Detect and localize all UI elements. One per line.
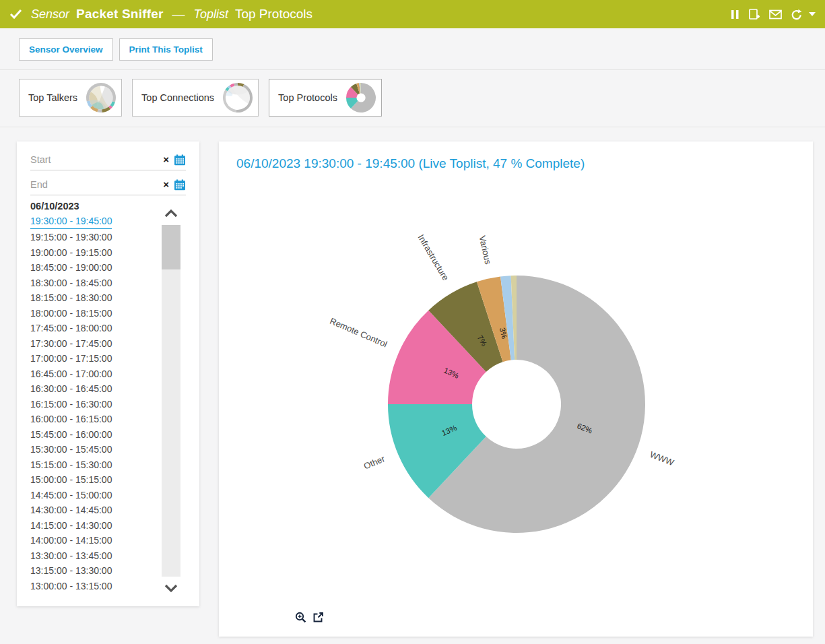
caret-down-icon[interactable] bbox=[812, 12, 816, 16]
time-range-item[interactable]: 15:15:00 - 15:30:00 bbox=[30, 457, 158, 473]
toplist-card-top-connections[interactable]: Top Connections bbox=[132, 79, 259, 117]
add-report-icon[interactable] bbox=[748, 9, 760, 20]
sensor-status-bar: Sensor Packet Sniffer — Toplist Top Prot… bbox=[0, 0, 825, 28]
sensor-label: Sensor bbox=[31, 7, 69, 22]
time-range-item[interactable]: 19:00:00 - 19:15:00 bbox=[30, 245, 158, 261]
protocol-donut-chart: 62%WWW13%Other13%Remote Control7%Infrast… bbox=[226, 179, 806, 596]
time-range-item[interactable]: 17:30:00 - 17:45:00 bbox=[30, 336, 158, 352]
toolbar: Sensor Overview Print This Toplist bbox=[19, 38, 213, 61]
time-range-item[interactable]: 13:00:00 - 13:15:00 bbox=[30, 579, 158, 594]
email-icon[interactable] bbox=[769, 9, 782, 20]
time-range-item[interactable]: 18:15:00 - 18:30:00 bbox=[30, 290, 158, 306]
scroll-up-button[interactable] bbox=[162, 202, 180, 225]
toplist-card-label: Top Talkers bbox=[28, 92, 77, 103]
start-calendar-icon[interactable] bbox=[174, 154, 186, 166]
time-range-item[interactable]: 16:45:00 - 17:00:00 bbox=[30, 366, 158, 382]
slice-name-label: Various bbox=[477, 234, 493, 265]
slice-name-label: Remote Control bbox=[329, 316, 389, 350]
status-ok-check-icon bbox=[9, 9, 23, 20]
thumbnail-segment bbox=[98, 109, 102, 112]
time-range-item[interactable]: 14:45:00 - 15:00:00 bbox=[30, 488, 158, 503]
refresh-icon[interactable] bbox=[791, 9, 803, 20]
scroll-down-button[interactable] bbox=[162, 577, 180, 600]
pause-icon[interactable] bbox=[731, 9, 739, 20]
clear-start-icon[interactable]: × bbox=[163, 154, 169, 164]
toplist-interval-title: 06/10/2023 19:30:00 - 19:45:00 (Live Top… bbox=[236, 156, 585, 171]
end-date-row: × bbox=[30, 174, 186, 195]
toplist-card-label: Top Protocols bbox=[278, 92, 337, 103]
sensor-name: Packet Sniffer bbox=[76, 7, 164, 22]
time-list-scrollbar bbox=[162, 202, 180, 600]
end-date-input[interactable] bbox=[30, 179, 163, 190]
sensor-overview-button[interactable]: Sensor Overview bbox=[19, 38, 113, 61]
print-toplist-button[interactable]: Print This Toplist bbox=[119, 38, 213, 61]
toplist-name: Top Protocols bbox=[235, 7, 312, 22]
time-range-item[interactable]: 16:00:00 - 16:15:00 bbox=[30, 412, 158, 427]
time-list: 19:30:00 - 19:45:0019:15:00 - 19:30:0019… bbox=[30, 214, 158, 593]
zoom-in-icon[interactable] bbox=[295, 612, 306, 623]
time-range-item[interactable]: 15:45:00 - 16:00:00 bbox=[30, 427, 158, 443]
top-talkers-thumbnail-chart bbox=[86, 82, 117, 113]
time-range-item[interactable]: 19:15:00 - 19:30:00 bbox=[30, 230, 158, 245]
end-calendar-icon[interactable] bbox=[174, 179, 186, 191]
scrollbar-thumb[interactable] bbox=[162, 225, 180, 269]
toplist-chart-panel: 06/10/2023 19:30:00 - 19:45:00 (Live Top… bbox=[219, 141, 813, 637]
time-range-item[interactable]: 17:45:00 - 18:00:00 bbox=[30, 321, 158, 336]
slice-name-label: Other bbox=[362, 453, 387, 472]
time-range-item[interactable]: 18:30:00 - 18:45:00 bbox=[30, 276, 158, 291]
time-range-item[interactable]: 15:00:00 - 15:15:00 bbox=[30, 472, 158, 488]
time-range-item[interactable]: 18:00:00 - 18:15:00 bbox=[30, 306, 158, 321]
time-range-item[interactable]: 16:15:00 - 16:30:00 bbox=[30, 397, 158, 412]
scrollbar-track[interactable] bbox=[162, 225, 180, 577]
toplist-label: Toplist bbox=[194, 7, 228, 22]
divider-cards bbox=[0, 127, 825, 127]
toplist-card-top-talkers[interactable]: Top Talkers bbox=[19, 79, 122, 117]
toplist-card-top-protocols[interactable]: Top Protocols bbox=[269, 79, 382, 117]
divider-top bbox=[0, 69, 825, 70]
start-date-row: × bbox=[30, 150, 186, 170]
toplist-card-label: Top Connections bbox=[141, 92, 214, 103]
thumbnail-segment bbox=[234, 83, 238, 86]
time-range-item[interactable]: 14:00:00 - 14:15:00 bbox=[30, 533, 158, 548]
clear-end-icon[interactable]: × bbox=[163, 179, 169, 189]
top-connections-thumbnail-chart bbox=[222, 82, 253, 113]
top-protocols-thumbnail-chart bbox=[345, 82, 376, 113]
time-range-item[interactable]: 13:15:00 - 13:30:00 bbox=[30, 563, 158, 579]
date-header: 06/10/2023 bbox=[30, 201, 158, 212]
time-range-item[interactable]: 17:00:00 - 17:15:00 bbox=[30, 351, 158, 366]
start-date-input[interactable] bbox=[30, 154, 163, 165]
open-external-icon[interactable] bbox=[312, 612, 324, 623]
time-range-item[interactable]: 14:30:00 - 14:45:00 bbox=[30, 503, 158, 518]
slice-name-label: Infrastructure bbox=[416, 232, 451, 282]
toplist-period-panel: × × bbox=[17, 141, 199, 606]
time-range-item[interactable]: 13:30:00 - 13:45:00 bbox=[30, 548, 158, 564]
time-range-item[interactable]: 19:30:00 - 19:45:00 bbox=[30, 214, 112, 229]
toplist-cards: Top Talkers Top Connections Top Protocol… bbox=[19, 79, 382, 117]
time-range-item[interactable]: 18:45:00 - 19:00:00 bbox=[30, 260, 158, 276]
time-range-item[interactable]: 14:15:00 - 14:30:00 bbox=[30, 518, 158, 534]
title-separator: — bbox=[172, 7, 185, 22]
time-range-item[interactable]: 16:30:00 - 16:45:00 bbox=[30, 381, 158, 397]
slice-name-label: WWW bbox=[649, 449, 675, 468]
chart-actions bbox=[295, 612, 324, 623]
time-range-item[interactable]: 15:30:00 - 15:45:00 bbox=[30, 442, 158, 457]
